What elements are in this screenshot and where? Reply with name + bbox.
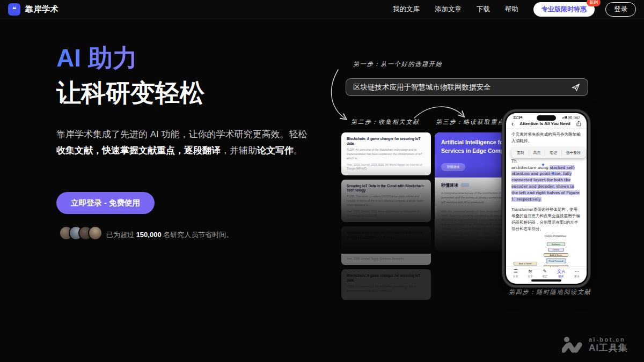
menu-select-paragraph[interactable]: 选中整段 (562, 150, 585, 156)
search-results-column: Blockchain: A game changer for securing … (341, 132, 431, 300)
watermark-site: ai-bot.cn (589, 336, 628, 343)
context-menu: 复制 高亮 笔记 选中整段 (511, 147, 586, 158)
reader-nav-bar: ‹ Attention Is All You Need (506, 120, 587, 129)
nav-link-add-article[interactable]: 添加文章 (435, 5, 462, 14)
menu-highlight[interactable]: 高亮 (529, 150, 546, 156)
logo-text: 靠岸学术 (25, 4, 58, 14)
reader-content: 个元素时将先前生成的符号作为附加输入消耗掉。 复制 高亮 笔记 选中整段 Th … (506, 129, 587, 267)
share-icon[interactable] (576, 121, 581, 127)
menu-note[interactable]: 笔记 (545, 150, 562, 156)
quick-read-badge (461, 183, 469, 187)
highlighted-text[interactable]: stacked self-attention and point-wise, f… (511, 165, 580, 202)
nav-link-help[interactable]: 帮助 (505, 5, 518, 14)
english-line-start: Th (511, 159, 581, 164)
menu-copy[interactable]: 复制 (513, 150, 529, 156)
paper-title: Securing IoT Data in the Cloud with Bloc… (347, 184, 426, 194)
phone-notch (537, 115, 556, 121)
note-icon: ✎ (543, 269, 547, 274)
diagram-box: Linear (548, 248, 564, 252)
step4-label: 第四步：随时随地阅读文献 (509, 288, 591, 296)
diagram-box: Add & Norm (514, 262, 537, 265)
nav-links: 我的文库 添加文章 下载 帮助 (393, 5, 518, 14)
diagram-box: Add & Norm (544, 253, 568, 257)
signal-icon (562, 116, 567, 119)
toolbar-toc[interactable]: ☰ 目录 (513, 269, 518, 278)
paper-tldr: TLDR: This work considers SHA33 to be mo… (347, 195, 426, 208)
diagram-box: Add & Norm (544, 265, 568, 267)
status-time: 11:34 (513, 115, 523, 119)
diagram-box: Softmax (547, 242, 565, 246)
paper-tldr: TLDR: An overview of the blockchain tech… (347, 148, 426, 161)
paper-tldr: TLDR: An overview of the blockchain tech… (347, 285, 426, 293)
logo-quote-icon: ❝ (8, 3, 20, 16)
login-cta-button[interactable]: 立即登录 - 免费使用 (56, 192, 155, 214)
paper-title: Blockchain: A game changer for securing … (347, 137, 426, 146)
chinese-paragraph: 个元素时将先前生成的符号作为附加输入消耗掉。 (511, 131, 581, 144)
paper-card[interactable]: Artificial Intelligence for Securing IoT… (341, 226, 431, 265)
nav-link-download[interactable]: 下载 (477, 5, 490, 14)
toolbar-text[interactable]: tx 文字 (528, 269, 533, 278)
network-label: 5G (568, 116, 572, 119)
toolbar-translate[interactable]: 文A 翻译 (557, 269, 565, 278)
toolbar-more[interactable]: ⋯ 更多 (574, 269, 580, 278)
selection-handle[interactable] (542, 164, 544, 166)
diagram-caption: Output Probabilities (543, 235, 568, 238)
list-icon: ☰ (514, 269, 518, 274)
paper-card[interactable]: Securing IoT Data in the Cloud with Bloc… (341, 180, 431, 223)
more-icon: ⋯ (575, 269, 580, 274)
nav-link-library[interactable]: 我的文库 (393, 5, 420, 14)
title-accent-line: AI 助力 (56, 41, 204, 76)
step2-label: 第二步：收集相关文献 (351, 118, 420, 126)
transformer-diagram: Output Probabilities Softmax Linear Add … (511, 235, 581, 267)
logo[interactable]: ❝ 靠岸学术 (8, 3, 58, 16)
ai-bot-logo-icon (562, 336, 583, 353)
phone-mockup: 11:34 5G ‹ Attention Is All You Need 个元素… (502, 109, 590, 287)
quick-read-button[interactable]: 秒懂速读 (441, 163, 465, 171)
selection-handle[interactable] (552, 172, 554, 174)
paper-tldr: TLDR: A comprehensive survey of the cont… (347, 242, 426, 255)
watermark-name: AI工具集 (589, 343, 628, 353)
chinese-translation: Transformer遵循这种整体架构，使用堆叠的自注意力和点乘全连接层用于编码… (511, 206, 581, 233)
hero-description: 靠岸学术集成了先进的 AI 功能，让你的学术研究更高效。轻松收集文献，快速掌握文… (56, 127, 313, 159)
topic-search-bar (346, 78, 588, 96)
promo-label: 专业版限时特惠 (541, 5, 587, 13)
phone-screen: 11:34 5G ‹ Attention Is All You Need 个元素… (506, 113, 587, 284)
pro-promo-button[interactable]: 专业版限时特惠 新到 (533, 2, 595, 17)
social-proof-text: 已为超过 150,000 名研究人员节省时间。 (106, 230, 233, 240)
paper-meta: Year: 2021 Journal: 2021 Asian Conferenc… (347, 210, 426, 218)
title-main-line: 让科研变轻松 (56, 76, 204, 110)
paper-title: Artificial Intelligence for Securing IoT… (347, 231, 426, 240)
page-title: AI 助力 让科研变轻松 (56, 41, 204, 111)
site-watermark: ai-bot.cn AI工具集 (562, 336, 628, 353)
paper-meta: Year: 2019 Journal: 2019 IEEE 5th World … (347, 163, 426, 171)
reader-toolbar: ☰ 目录 tx 文字 ✎ 笔记 文A 翻译 ⋯ 更多 (506, 267, 587, 278)
paper-meta: Year: 2020 Journal: Secur. Commun. Netwo… (347, 257, 426, 261)
toolbar-note[interactable]: ✎ 笔记 (542, 269, 547, 278)
user-avatars (59, 226, 103, 240)
diagram-box: Feed Forward (546, 258, 566, 263)
home-indicator (531, 279, 561, 282)
battery-icon (574, 116, 580, 119)
paper-reader-title: Attention Is All You Need (514, 121, 576, 126)
paper-card[interactable]: Blockchain: A game changer for securing … (341, 132, 431, 175)
send-icon[interactable] (571, 83, 581, 92)
translate-icon: 文A (557, 269, 565, 274)
english-paragraph: architecture using stacked self-attentio… (511, 165, 581, 203)
step3-label: 第三步：略读获取重点 (436, 118, 504, 126)
text-icon: tx (529, 269, 532, 274)
avatar (88, 226, 103, 240)
top-navbar: ❝ 靠岸学术 我的文库 添加文章 下载 帮助 专业版限时特惠 新到 登录 (0, 0, 644, 19)
paper-title: Blockchain: A game changer for securing … (347, 274, 426, 283)
topic-search-input[interactable] (353, 83, 571, 91)
step1-label: 第一步：从一个好的选题开始 (353, 60, 442, 68)
quick-read-section-title: 秒懂速读 (441, 182, 458, 188)
paper-card[interactable]: Blockchain: A game changer for securing … (341, 269, 431, 300)
login-button[interactable]: 登录 (605, 2, 636, 17)
new-badge: 新到 (587, 0, 601, 6)
